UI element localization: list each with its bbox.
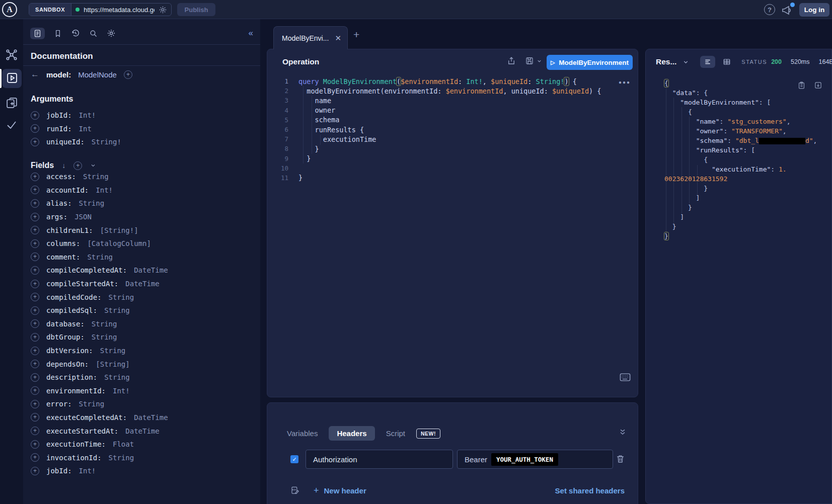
- add-field-to-query-icon[interactable]: +: [31, 280, 39, 288]
- collapse-doc-panel-icon[interactable]: «: [249, 28, 253, 38]
- doc-field-row[interactable]: +uniqueId:String!: [23, 135, 260, 149]
- doc-field-row[interactable]: +description:String: [23, 371, 260, 384]
- bookmarks-icon[interactable]: [54, 29, 62, 38]
- doc-field-row[interactable]: +accountId:Int!: [23, 184, 260, 197]
- back-arrow-icon[interactable]: ←: [31, 69, 39, 79]
- doc-field-row[interactable]: +compiledSql:String: [23, 304, 260, 317]
- add-field-to-query-icon[interactable]: +: [31, 239, 39, 248]
- add-field-to-query-icon[interactable]: +: [31, 213, 39, 221]
- doc-field-row[interactable]: +compiledCode:String: [23, 290, 260, 304]
- doc-field-row[interactable]: +comment:String: [23, 250, 260, 264]
- doc-field-type-link[interactable]: ModelNode: [78, 70, 117, 79]
- doc-field-row[interactable]: +database:String: [23, 317, 260, 331]
- add-field-to-query-icon[interactable]: +: [31, 306, 39, 315]
- add-field-to-query-icon[interactable]: +: [124, 70, 132, 79]
- save-operation-button[interactable]: [525, 56, 542, 65]
- apollo-logo[interactable]: A: [2, 2, 17, 17]
- doc-field-row[interactable]: +executeStartedAt:DateTime: [23, 424, 260, 438]
- add-field-to-query-icon[interactable]: +: [31, 226, 39, 234]
- tab-headers[interactable]: Headers: [329, 426, 374, 441]
- add-field-to-query-icon[interactable]: +: [31, 186, 39, 194]
- checks-icon[interactable]: [5, 119, 18, 132]
- add-field-to-query-icon[interactable]: +: [31, 173, 39, 181]
- doc-field-row[interactable]: +error:String: [23, 397, 260, 411]
- add-field-to-query-icon[interactable]: +: [31, 373, 39, 382]
- response-dropdown-chevron-icon[interactable]: [683, 59, 689, 65]
- collapse-bottom-panel-icon[interactable]: [619, 428, 627, 436]
- new-tab-icon[interactable]: +: [353, 29, 359, 41]
- doc-field-row[interactable]: +dbtGroup:String: [23, 330, 260, 344]
- add-field-to-query-icon[interactable]: +: [31, 360, 39, 368]
- endpoint-url-input[interactable]: https://metadata.cloud.get: [71, 4, 171, 16]
- field-type: String!: [92, 138, 121, 146]
- close-tab-icon[interactable]: ✕: [335, 34, 341, 43]
- add-all-fields-icon[interactable]: +: [73, 161, 82, 170]
- doc-field-row[interactable]: +executionTime:Float: [23, 438, 260, 451]
- doc-field-row[interactable]: +compileCompletedAt:DateTime: [23, 264, 260, 277]
- add-field-to-query-icon[interactable]: +: [31, 293, 39, 301]
- add-field-to-query-icon[interactable]: +: [31, 138, 39, 146]
- sort-fields-icon[interactable]: ↓: [62, 161, 65, 170]
- table-view-toggle-icon[interactable]: [722, 58, 731, 66]
- add-field-to-query-icon[interactable]: +: [31, 440, 39, 449]
- doc-field-row[interactable]: +columns:[CatalogColumn]: [23, 237, 260, 250]
- add-field-to-query-icon[interactable]: +: [31, 386, 39, 395]
- delete-header-icon[interactable]: [616, 454, 625, 464]
- add-field-to-query-icon[interactable]: +: [31, 111, 39, 120]
- add-field-to-query-icon[interactable]: +: [31, 253, 39, 261]
- add-field-to-query-icon[interactable]: +: [31, 199, 39, 208]
- raw-view-toggle-icon[interactable]: [700, 56, 715, 68]
- doc-field-row[interactable]: +compileStartedAt:DateTime: [23, 277, 260, 291]
- header-enabled-checkbox[interactable]: ✓: [290, 455, 298, 463]
- header-name-input[interactable]: Authorization: [306, 450, 453, 469]
- auth-token-value[interactable]: YOUR_AUTH_TOKEN: [491, 453, 558, 466]
- tab-script[interactable]: Script: [386, 429, 405, 438]
- doc-field-row[interactable]: +invocationId:String: [23, 451, 260, 464]
- add-field-to-query-icon[interactable]: +: [31, 124, 39, 133]
- tab-variables[interactable]: Variables: [287, 429, 318, 438]
- header-value-input[interactable]: Bearer YOUR_AUTH_TOKEN: [457, 450, 613, 469]
- operation-tab[interactable]: ModelByEnvi... ✕: [273, 26, 348, 49]
- add-field-to-query-icon[interactable]: +: [31, 347, 39, 355]
- doc-field-row[interactable]: +jobId:Int!: [23, 464, 260, 478]
- doc-field-row[interactable]: +access:String: [23, 170, 260, 184]
- help-icon[interactable]: ?: [764, 4, 775, 15]
- checklist-docs-icon[interactable]: [6, 97, 19, 110]
- documentation-tab-icon[interactable]: [30, 28, 45, 39]
- operation-more-options-icon[interactable]: ●●●: [619, 79, 631, 85]
- login-button[interactable]: Log in: [799, 3, 829, 17]
- doc-field-row[interactable]: +dbtVersion:String: [23, 344, 260, 358]
- share-operation-icon[interactable]: [507, 56, 516, 65]
- add-field-to-query-icon[interactable]: +: [31, 467, 39, 475]
- search-icon[interactable]: [89, 29, 98, 38]
- doc-field-row[interactable]: +runId:Int: [23, 122, 260, 136]
- set-shared-headers-link[interactable]: Set shared headers: [555, 486, 625, 495]
- graphql-editor[interactable]: 1query ModelByEnvironment($environmentId…: [267, 76, 620, 183]
- new-header-button[interactable]: + New header: [314, 485, 366, 496]
- explorer-icon[interactable]: [6, 72, 19, 85]
- history-icon[interactable]: [71, 29, 80, 38]
- doc-field-row[interactable]: +executeCompletedAt:DateTime: [23, 411, 260, 425]
- publish-button[interactable]: Publish: [177, 3, 215, 16]
- add-field-to-query-icon[interactable]: +: [31, 413, 39, 422]
- keyboard-shortcuts-icon[interactable]: [620, 373, 631, 382]
- endpoint-settings-gear-icon[interactable]: [159, 6, 167, 14]
- edit-raw-headers-icon[interactable]: [290, 486, 299, 495]
- chevron-down-icon[interactable]: [90, 162, 96, 169]
- add-field-to-query-icon[interactable]: +: [31, 319, 39, 328]
- add-field-to-query-icon[interactable]: +: [31, 266, 39, 275]
- doc-field-row[interactable]: +alias:String: [23, 197, 260, 210]
- doc-field-row[interactable]: +environmentId:Int!: [23, 384, 260, 398]
- add-field-to-query-icon[interactable]: +: [31, 427, 39, 435]
- add-field-to-query-icon[interactable]: +: [31, 400, 39, 408]
- run-operation-button[interactable]: ▷ ModelByEnvironment: [547, 55, 633, 70]
- doc-field-row[interactable]: +jobId:Int!: [23, 109, 260, 122]
- schema-graph-icon[interactable]: [5, 48, 18, 61]
- doc-settings-gear-icon[interactable]: [107, 29, 116, 38]
- doc-field-row[interactable]: +dependsOn:[String]: [23, 357, 260, 371]
- add-field-to-query-icon[interactable]: +: [31, 333, 39, 342]
- add-field-to-query-icon[interactable]: +: [31, 453, 39, 462]
- doc-field-row[interactable]: +args:JSON: [23, 210, 260, 224]
- field-type: String: [92, 333, 117, 341]
- doc-field-row[interactable]: +childrenL1:[String!]: [23, 223, 260, 237]
